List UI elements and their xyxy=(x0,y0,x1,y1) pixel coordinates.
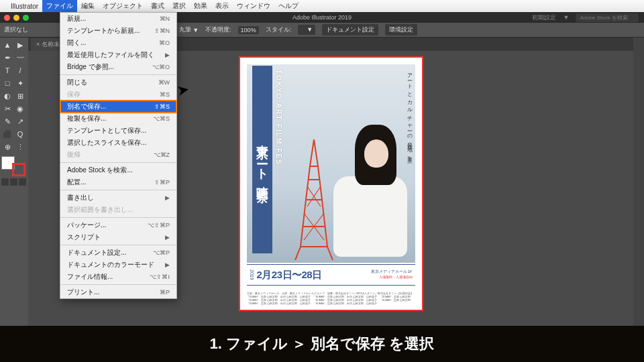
menu-window[interactable]: ウィンドウ xyxy=(237,1,270,11)
person-graphic xyxy=(329,113,410,260)
menu-item[interactable]: ドキュメント設定...⌥⌘P xyxy=(60,247,176,259)
tool-scale[interactable]: ⊞ xyxy=(14,90,26,102)
traffic-lights[interactable] xyxy=(4,15,29,21)
tool-direct[interactable]: ▶ xyxy=(14,39,26,51)
menu-app[interactable]: Illustrator xyxy=(11,3,38,10)
poster-jp-title: 東京アート映画祭 xyxy=(252,66,272,253)
menu-item[interactable]: ドキュメントのカラーモード▶ xyxy=(60,259,176,271)
menu-item[interactable]: 新規...⌘N xyxy=(60,13,176,25)
menu-item[interactable]: プリント...⌘P xyxy=(60,286,176,298)
tool-pen[interactable]: ✒ xyxy=(1,52,13,64)
opacity-value[interactable]: 100% xyxy=(238,26,259,34)
no-selection-label: 選択なし xyxy=(4,25,28,34)
menu-file[interactable]: ファイル xyxy=(42,0,77,12)
menu-item[interactable]: 別名で保存...⇧⌘S xyxy=(60,101,176,113)
menu-item[interactable]: テンプレートとして保存... xyxy=(60,125,176,137)
menu-item[interactable]: パッケージ...⌥⇧⌘P xyxy=(60,219,176,231)
tool-pencil[interactable]: ✎ xyxy=(1,115,13,127)
menu-edit[interactable]: 編集 xyxy=(81,1,95,11)
menu-view[interactable]: 表示 xyxy=(215,1,229,11)
tool-more[interactable]: ⋮ xyxy=(14,141,26,153)
menu-item[interactable]: スクリプト▶ xyxy=(60,231,176,243)
menu-object[interactable]: オブジェクト xyxy=(103,1,143,11)
macos-menubar: Illustrator ファイル 編集 オブジェクト 書式 選択 効果 表示 ウ… xyxy=(0,0,644,12)
tool-selection[interactable]: ▲ xyxy=(1,39,13,51)
menu-item[interactable]: 最近使用したファイルを開く▶ xyxy=(60,49,176,61)
menu-item[interactable]: テンプレートから新規...⇧⌘N xyxy=(60,25,176,37)
menu-item[interactable]: 複製を保存...⌥⌘S xyxy=(60,113,176,125)
style-label: スタイル: xyxy=(266,25,292,34)
tools-panel: ▲ ▶ ✒ 〰 T / □ ✦ ◐ ⊞ ✂ ◉ ✎ ↗ ⬛ Q ⊕ ⋮ xyxy=(0,38,28,326)
menu-item[interactable]: 選択したスライスを保存... xyxy=(60,137,176,149)
menu-item[interactable]: ファイル情報...⌥⇧⌘I xyxy=(60,271,176,283)
doc-setup-button[interactable]: ドキュメント設定 xyxy=(322,24,378,36)
menu-item[interactable]: 配置...⇧⌘P xyxy=(60,176,176,188)
prefs-button[interactable]: 環境設定 xyxy=(385,24,417,36)
menu-item[interactable]: 開く...⌘O xyxy=(60,37,176,49)
menu-help[interactable]: ヘルプ xyxy=(278,1,299,11)
menu-item[interactable]: Adobe Stock を検索... xyxy=(60,164,176,176)
menu-item[interactable]: Bridge で参照...⌥⌘O xyxy=(60,61,176,73)
tool-eyedrop[interactable]: ↗ xyxy=(14,115,26,127)
style-swatch[interactable]: ▼ xyxy=(298,25,315,35)
tool-hand[interactable]: ⊕ xyxy=(1,141,13,153)
opacity-label: 不透明度: xyxy=(205,25,231,34)
file-menu-dropdown: 新規...⌘Nテンプレートから新規...⇧⌘N開く...⌘O最近使用したファイル… xyxy=(60,12,177,299)
tool-brush[interactable]: ✦ xyxy=(14,77,26,89)
tool-artboard[interactable]: ⬛ xyxy=(1,128,13,140)
tool-rotate[interactable]: ◐ xyxy=(1,90,13,102)
tool-curve[interactable]: 〰 xyxy=(14,52,26,64)
fill-stroke-swatch[interactable] xyxy=(1,156,27,176)
poster-credits: 主催：東京メディアホール 共催：東京メディアホールグループ 協賛：株式会社ダミー… xyxy=(247,292,415,306)
tool-zoom[interactable]: Q xyxy=(14,128,26,140)
right-panel-strip[interactable] xyxy=(633,38,644,326)
window-title: Adobe Illustrator 2019 xyxy=(292,14,352,21)
menu-item[interactable]: 閉じる⌘W xyxy=(60,76,176,88)
tool-line[interactable]: / xyxy=(14,64,26,76)
tokyo-tower-graphic xyxy=(294,139,334,260)
menu-item[interactable]: 書き出し▶ xyxy=(60,192,176,204)
menu-type[interactable]: 書式 xyxy=(151,1,164,11)
tool-gradient[interactable]: ◉ xyxy=(14,103,26,115)
artboard: 東京アート映画祭 TOKYO ART FILM FES アートとカルチャーの発祥… xyxy=(239,56,423,311)
tool-type[interactable]: T xyxy=(1,64,13,76)
tool-rect[interactable]: □ xyxy=(1,77,13,89)
poster-tagline: アートとカルチャーの発祥地、東京。 xyxy=(405,70,413,163)
draw-modes[interactable] xyxy=(1,178,27,186)
menu-select[interactable]: 選択 xyxy=(172,1,186,11)
stock-search[interactable]: Adobe Stock を検索 xyxy=(576,13,639,22)
poster-date-band: 2019 2月23日〜28日 東京メディアホール1F入場無料・入退場自由 xyxy=(247,264,415,286)
poster-en-title: TOKYO ART FILM FES xyxy=(275,70,282,166)
workspace-switcher[interactable]: 初期設定 xyxy=(532,13,556,22)
menu-item: 選択範囲を書き出し... xyxy=(60,204,176,216)
tutorial-caption: 1. ファイル ＞ 別名で保存 を選択 xyxy=(0,326,644,362)
menu-item: 保存⌘S xyxy=(60,88,176,101)
menu-effect[interactable]: 効果 xyxy=(194,1,207,11)
menu-item: 復帰⌥⌘Z xyxy=(60,149,176,161)
tool-scissors[interactable]: ✂ xyxy=(1,103,13,115)
